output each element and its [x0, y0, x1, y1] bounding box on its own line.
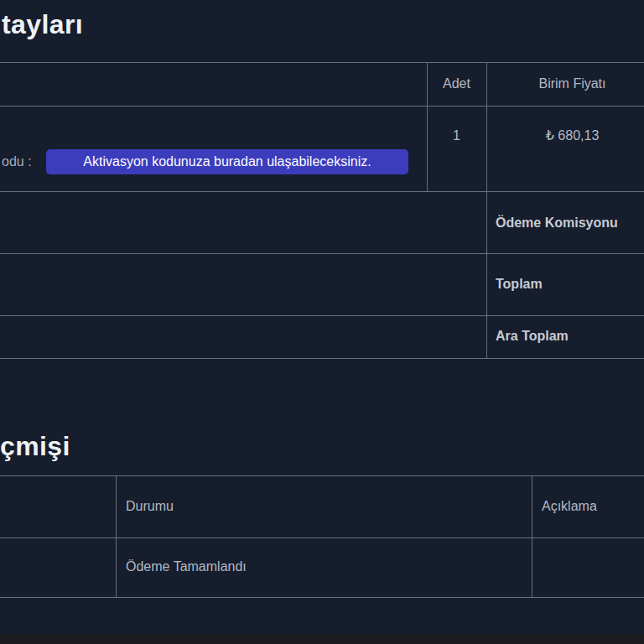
item-quantity: 1 [427, 127, 486, 144]
activation-code-label: odu : [2, 153, 32, 170]
activation-code-link[interactable]: Aktivasyon kodunuza buradan ulaşabilecek… [46, 149, 408, 174]
col-header-quantity: Adet [427, 75, 486, 92]
col-header-unit-price: Birim Fiyatı [486, 75, 644, 92]
order-table-border-row2 [0, 253, 644, 254]
order-table-border-row3 [0, 315, 644, 316]
col-header-status: Durumu [126, 498, 174, 515]
summary-label-subtotal: Ara Toplam [496, 328, 569, 345]
item-unit-price: ₺ 680,13 [486, 127, 644, 144]
order-table-border-header-bottom [0, 106, 644, 106]
history-table-border-status-col [116, 475, 117, 597]
history-table-border-bottom [0, 597, 644, 598]
bottom-dark-strip [0, 635, 644, 644]
order-page: tayları Adet Birim Fiyatı 1 ₺ 680,13 odu… [0, 0, 644, 644]
order-details-title: tayları [2, 9, 83, 40]
summary-label-payment-commission: Ödeme Komisyonu [496, 215, 618, 231]
history-table-border-header-bottom [0, 538, 644, 538]
order-table-border-bottom [0, 358, 644, 359]
summary-label-total: Toplam [496, 276, 543, 293]
order-table-border-item-bottom [0, 191, 644, 192]
payment-history-title: çmişi [0, 431, 70, 462]
col-header-description: Açıklama [542, 498, 597, 515]
order-table-border-top [0, 62, 644, 63]
history-table-border-description-col [532, 475, 532, 597]
order-table-border-price-col [486, 62, 487, 358]
payment-status-value: Ödeme Tamamlandı [126, 558, 247, 575]
history-table-border-top [0, 475, 644, 476]
